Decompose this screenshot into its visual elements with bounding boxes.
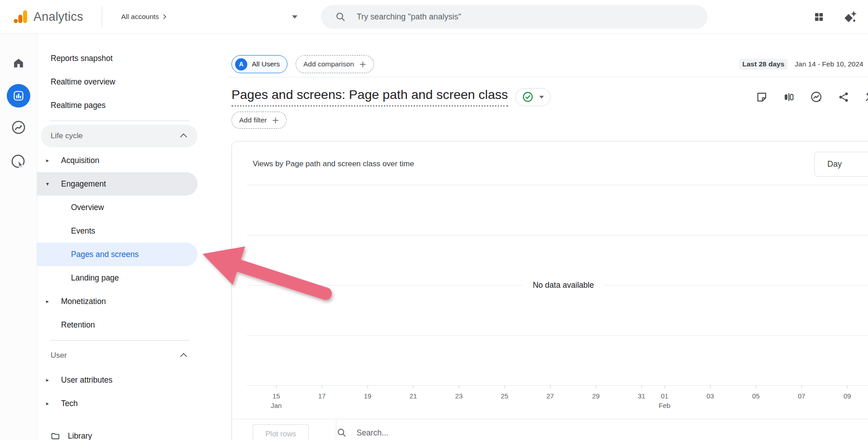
sidebar-item-monetization[interactable]: ▸ Monetization	[37, 290, 201, 313]
sidebar-item-label: Overview	[71, 203, 104, 212]
sidebar-item-label: Pages and screens	[71, 250, 139, 259]
account-switcher-caret[interactable]	[292, 15, 297, 19]
all-users-chip[interactable]: A All Users	[231, 55, 288, 73]
gridline	[247, 335, 868, 336]
sidebar-item-events[interactable]: Events	[37, 219, 201, 243]
sidebar-item-label: Acquisition	[61, 156, 99, 165]
sidebar-item-engagement[interactable]: ▾ Engagement	[37, 172, 198, 196]
x-axis-tick: 19	[364, 385, 372, 401]
granularity-value: Day	[827, 159, 842, 169]
table-controls: Plot rows	[232, 419, 868, 440]
sidebar-item-reports-snapshot[interactable]: Reports snapshot	[37, 47, 201, 70]
top-app-bar: Analytics All accounts	[0, 0, 868, 34]
chevron-down-icon	[539, 96, 544, 98]
sidebar-item-label: Engagement	[61, 179, 106, 189]
brand-title: Analytics	[33, 10, 83, 24]
x-axis-tick: 05	[752, 385, 760, 401]
sidebar-item-label: Events	[71, 226, 95, 236]
global-search	[321, 5, 708, 29]
chevron-up-icon	[180, 133, 187, 140]
notes-icon[interactable]	[756, 91, 768, 103]
sidebar-item-label: Realtime overview	[51, 77, 115, 87]
share-icon[interactable]	[838, 91, 849, 103]
breadcrumb-label: All accounts	[121, 13, 159, 21]
home-icon[interactable]	[12, 57, 25, 71]
check-circle-icon	[522, 91, 533, 103]
breadcrumb[interactable]: All accounts	[121, 13, 168, 21]
add-comparison-label: Add comparison	[303, 60, 354, 68]
sidebar-item-acquisition[interactable]: ▸ Acquisition	[37, 149, 201, 172]
topbar-actions	[814, 10, 868, 23]
segment-avatar: A	[235, 58, 247, 70]
sidebar-item-label: Landing page	[71, 273, 119, 283]
plot-rows-button[interactable]: Plot rows	[253, 424, 309, 440]
chevron-up-icon	[180, 353, 187, 360]
compare-reports-icon[interactable]	[783, 91, 795, 103]
segment-label: All Users	[252, 60, 280, 68]
granularity-dropdown[interactable]: Day	[814, 152, 868, 177]
reports-icon[interactable]	[7, 84, 30, 108]
sidebar-item-tech[interactable]: ▸ Tech	[37, 392, 201, 415]
x-axis-tick: 21	[410, 385, 417, 401]
plus-icon	[271, 116, 280, 125]
analytics-logo[interactable]: Analytics	[0, 10, 102, 24]
plus-icon	[359, 60, 367, 69]
section-header-life-cycle[interactable]: Life cycle	[41, 125, 198, 147]
date-range-picker[interactable]: Last 28 days Jan 14 - Feb 10, 2024	[739, 55, 863, 73]
left-icon-rail	[0, 34, 37, 440]
expand-right-icon: ▸	[46, 377, 49, 383]
sidebar-item-label: User attributes	[61, 375, 113, 385]
sidebar-item-label: Realtime pages	[51, 101, 106, 110]
expand-right-icon: ▸	[46, 401, 49, 406]
sidebar-item-realtime-pages[interactable]: Realtime pages	[37, 94, 201, 117]
x-axis-tick: 03	[707, 385, 714, 401]
expand-right-icon: ▸	[46, 158, 49, 163]
x-axis-tick: 01Feb	[659, 385, 670, 410]
x-axis-tick: 27	[547, 385, 554, 401]
search-input[interactable]	[357, 12, 673, 22]
add-filter-label: Add filter	[239, 116, 267, 124]
chart-card: Views by Page path and screen class over…	[231, 141, 868, 440]
sidebar-item-landing-page[interactable]: Landing page	[37, 266, 201, 290]
advertising-icon[interactable]	[11, 154, 26, 171]
ask-insights-sparkline-icon[interactable]	[865, 91, 868, 103]
chart-title: Views by Page path and screen class over…	[253, 159, 414, 169]
header-divider	[228, 77, 868, 77]
search-icon	[337, 428, 347, 438]
sidebar-item-realtime-overview[interactable]: Realtime overview	[37, 70, 201, 94]
x-axis-tick: 09	[844, 385, 851, 401]
explore-icon[interactable]	[11, 120, 26, 137]
collapse-down-icon: ▾	[46, 181, 49, 187]
data-quality-badge[interactable]	[515, 88, 551, 106]
add-comparison-button[interactable]: Add comparison	[296, 55, 374, 73]
date-range-preset: Last 28 days	[739, 59, 788, 70]
report-toolbar	[756, 91, 868, 103]
sidebar-item-retention[interactable]: Retention	[37, 313, 201, 337]
sidebar-item-library[interactable]: Library	[37, 424, 201, 440]
add-filter-button[interactable]: Add filter	[231, 112, 287, 129]
table-search-input[interactable]	[357, 428, 583, 438]
sidebar-item-user-attributes[interactable]: ▸ User attributes	[37, 368, 201, 392]
gridline	[247, 185, 868, 185]
sidebar-item-pages-and-screens[interactable]: Pages and screens	[37, 243, 198, 266]
comparison-chips: A All Users Add comparison	[231, 55, 374, 73]
sidebar-item-label: Tech	[61, 399, 78, 408]
sidebar-item-label: Reports snapshot	[51, 54, 113, 63]
x-axis-tick: 17	[318, 385, 326, 401]
report-main: A All Users Add comparison Last 28 days …	[201, 34, 868, 440]
sidebar-item-overview[interactable]: Overview	[37, 196, 201, 219]
grid-apps-icon[interactable]	[814, 12, 824, 22]
expand-right-icon: ▸	[46, 299, 49, 304]
sidebar-item-label: Monetization	[61, 297, 106, 306]
section-header-user[interactable]: User	[41, 344, 198, 367]
app-body: Reports snapshot Realtime overview Realt…	[0, 34, 868, 440]
insights-icon[interactable]	[810, 91, 822, 103]
x-axis-tick: 15Jan	[271, 385, 282, 410]
chevron-right-icon	[161, 13, 168, 20]
x-axis-tick: 25	[501, 385, 509, 401]
gemini-sparkle-icon[interactable]	[843, 10, 857, 23]
page-title[interactable]: Pages and screens: Page path and screen …	[231, 87, 508, 107]
controls-divider	[336, 420, 336, 440]
x-axis-tick: 23	[455, 385, 463, 401]
gridline	[247, 235, 868, 235]
